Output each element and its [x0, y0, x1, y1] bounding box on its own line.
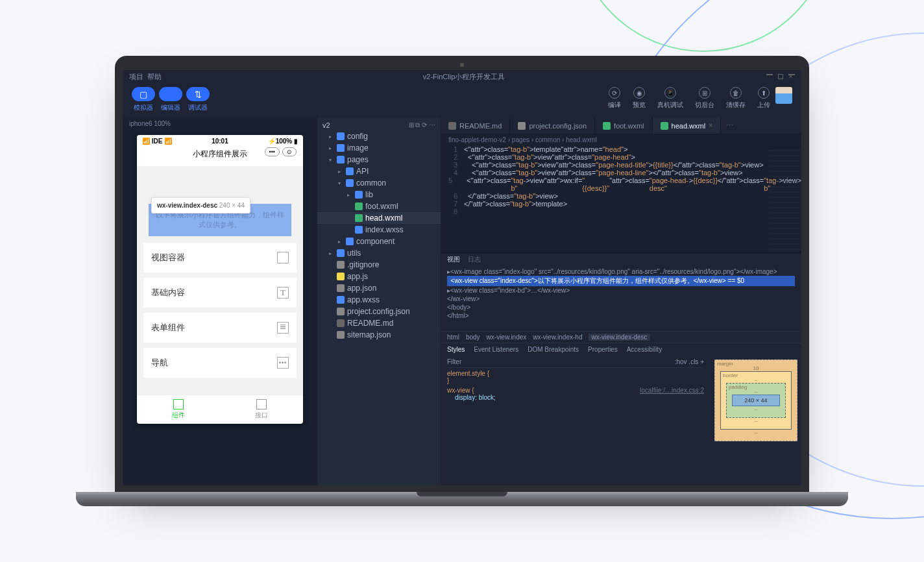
crumb[interactable]: wx-view.index-hd	[533, 334, 582, 341]
laptop-base	[76, 492, 848, 506]
phone-preview: 📶 IDE 📶 10:01 ⚡100% ▮ 小程序组件展示 •••⊙ wx-vi…	[137, 135, 303, 424]
subtab-Accessibility[interactable]: Accessibility	[627, 346, 662, 353]
laptop-frame: 项目 帮助 v2-FinClip小程序开发工具 × ▢模拟器编辑器⇅调试器 ⟳编…	[115, 56, 809, 506]
menubar: 项目 帮助 v2-FinClip小程序开发工具 ×	[123, 70, 801, 83]
project-root[interactable]: v2	[322, 121, 330, 129]
file-API[interactable]: ▸API	[317, 165, 441, 177]
crumb[interactable]: body	[466, 334, 480, 341]
file-.gitignore[interactable]: .gitignore	[317, 259, 441, 271]
file-app.wxss[interactable]: app.wxss	[317, 294, 441, 306]
toolbar-模拟器[interactable]: ▢模拟器	[132, 87, 155, 112]
list-item[interactable]: 视图容器	[143, 243, 297, 273]
editor-pane: README.mdproject.config.jsonfoot.wxmlhea…	[441, 117, 801, 485]
file-pages[interactable]: ▾pages	[317, 154, 441, 165]
crumb[interactable]: wx-view.index-desc	[589, 334, 650, 341]
capsule-more-icon[interactable]: •••	[265, 147, 280, 156]
file-explorer: v2 ⊞ ⧉ ⟳ ⋯ ▸config▸image▾pages▸API▾commo…	[317, 117, 441, 485]
devtools-tab-view[interactable]: 视图	[447, 255, 460, 264]
phone-tabbar: 组件 接口	[137, 395, 303, 424]
bg-decoration	[574, 0, 833, 52]
subtab-Properties[interactable]: Properties	[588, 346, 618, 353]
action-预览[interactable]: ◉预览	[633, 87, 646, 110]
devtools: 视图 日志 ▸<wx-image class="index-logo" src=…	[441, 252, 801, 485]
file-component[interactable]: ▸component	[317, 236, 441, 247]
tab-overflow[interactable]: ⋯	[721, 117, 738, 134]
ide-window: 项目 帮助 v2-FinClip小程序开发工具 × ▢模拟器编辑器⇅调试器 ⟳编…	[123, 70, 801, 485]
minimap[interactable]	[769, 150, 801, 254]
toolbar-编辑器[interactable]: 编辑器	[159, 87, 182, 112]
list-item[interactable]: 表单组件	[143, 313, 297, 343]
capsule-close-icon[interactable]: ⊙	[282, 147, 297, 156]
tab-api[interactable]: 接口	[220, 395, 303, 424]
dom-breadcrumb[interactable]: htmlbodywx-view.indexwx-view.index-hdwx-…	[441, 331, 801, 343]
list-item[interactable]: 导航	[143, 348, 297, 378]
code-editor[interactable]: 1<"attr">class="tag-b">template "attr">n…	[441, 145, 801, 252]
file-config[interactable]: ▸config	[317, 130, 441, 142]
simulator-device-label: iphone6 100%	[123, 117, 317, 130]
explorer-actions[interactable]: ⊞ ⧉ ⟳ ⋯	[409, 121, 435, 129]
action-上传[interactable]: ⬆上传	[757, 87, 770, 110]
tab-project.config.json[interactable]: project.config.json	[510, 117, 595, 134]
tab-components[interactable]: 组件	[137, 395, 220, 424]
subtab-Event Listeners[interactable]: Event Listeners	[474, 346, 518, 353]
file-utils[interactable]: ▸utils	[317, 247, 441, 259]
action-编译[interactable]: ⟳编译	[608, 87, 621, 110]
file-README.md[interactable]: README.md	[317, 317, 441, 329]
menu-help[interactable]: 帮助	[147, 72, 162, 82]
phone-status-bar: 📶 IDE 📶 10:01 ⚡100% ▮	[137, 135, 303, 146]
window-controls[interactable]: ×	[766, 74, 795, 79]
tab-foot.wxml[interactable]: foot.wxml	[595, 117, 652, 134]
file-common[interactable]: ▾common	[317, 177, 441, 189]
toolbar: ▢模拟器编辑器⇅调试器 ⟳编译◉预览📱真机调试⊞切后台🗑清缓存⬆上传	[123, 83, 801, 117]
menu-project[interactable]: 项目	[129, 72, 143, 82]
devtools-sub-tabs: StylesEvent ListenersDOM BreakpointsProp…	[441, 343, 801, 356]
simulator-pane: iphone6 100% 📶 IDE 📶 10:01 ⚡100% ▮ 小程序组件…	[123, 117, 317, 485]
toolbar-调试器[interactable]: ⇅调试器	[186, 87, 210, 112]
tab-head.wxml[interactable]: head.wxml×	[653, 117, 721, 134]
file-index.wxss[interactable]: index.wxss	[317, 224, 441, 236]
editor-tabs: README.mdproject.config.jsonfoot.wxmlhea…	[441, 117, 801, 134]
window-title: v2-FinClip小程序开发工具	[162, 72, 766, 82]
action-真机调试[interactable]: 📱真机调试	[657, 87, 683, 110]
file-project.config.json[interactable]: project.config.json	[317, 306, 441, 317]
camera-dot	[460, 63, 464, 67]
styles-toggles[interactable]: :hov .cls +	[675, 358, 704, 365]
devtools-tab-log[interactable]: 日志	[468, 255, 481, 264]
maximize-icon	[778, 74, 783, 79]
crumb[interactable]: html	[447, 334, 459, 341]
breadcrumb: fino-applet-demo-v2 › pages › common › h…	[441, 134, 801, 145]
file-foot.wxml[interactable]: foot.wxml	[317, 201, 441, 212]
styles-filter[interactable]: Filter	[447, 358, 461, 365]
action-切后台[interactable]: ⊞切后台	[695, 87, 714, 110]
tab-README.md[interactable]: README.md	[441, 117, 510, 134]
avatar[interactable]	[775, 87, 792, 104]
minimize-icon	[766, 74, 773, 75]
box-model: margin 10 border – padding – 240 × 4	[711, 356, 801, 485]
file-app.json[interactable]: app.json	[317, 282, 441, 294]
file-app.js[interactable]: app.js	[317, 271, 441, 282]
action-清缓存[interactable]: 🗑清缓存	[726, 87, 746, 110]
styles-panel[interactable]: Filter :hov .cls + element.style {}</spa…	[441, 356, 711, 485]
close-icon: ×	[788, 74, 795, 75]
file-lib[interactable]: ▸lib	[317, 189, 441, 201]
list-item[interactable]: 基础内容	[143, 278, 297, 308]
file-head.wxml[interactable]: head.wxml	[317, 212, 441, 224]
subtab-Styles[interactable]: Styles	[447, 346, 465, 353]
subtab-DOM Breakpoints[interactable]: DOM Breakpoints	[528, 346, 579, 353]
app-title: 小程序组件展示 •••⊙	[137, 146, 303, 166]
file-image[interactable]: ▸image	[317, 142, 441, 154]
file-sitemap.json[interactable]: sitemap.json	[317, 329, 441, 341]
dom-tree[interactable]: ▸<wx-image class="index-logo" src="../re…	[441, 266, 801, 331]
inspect-tooltip: wx-view.index-desc 240 × 44	[151, 197, 250, 214]
crumb[interactable]: wx-view.index	[487, 334, 527, 341]
